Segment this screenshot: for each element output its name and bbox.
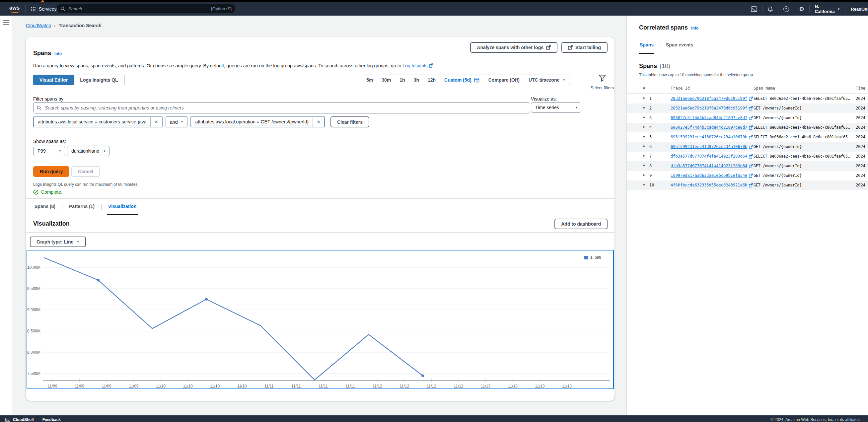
visualize-as-select[interactable]: Time series ▼ xyxy=(531,102,581,113)
chip-joiner-select[interactable]: and ▼ xyxy=(165,117,187,127)
trace-id-link[interactable]: 696027e5f74d4b3cad844c21897ce8d7 xyxy=(671,116,753,120)
services-label: Services xyxy=(39,6,57,11)
add-to-dashboard-button[interactable]: Add to dashboard xyxy=(554,219,608,229)
remove-chip-icon[interactable]: ✕ xyxy=(150,117,162,127)
expand-row-icon[interactable]: ▶ xyxy=(643,173,645,176)
metric-select[interactable]: durationNano ▼ xyxy=(67,145,110,156)
filter-search-input[interactable] xyxy=(44,105,527,111)
trace-id-link[interactable]: 4f60fbccda632335d55eec0243921e6b xyxy=(671,183,753,188)
tab-patterns[interactable]: Patterns (1) xyxy=(68,199,96,215)
trace-id-link[interactable]: 695f599231ecc4138726cc234a10670b xyxy=(671,135,753,139)
row-number: 7 xyxy=(649,154,652,159)
expand-row-icon[interactable]: ▶ xyxy=(643,116,645,119)
expand-row-icon[interactable]: ▶ xyxy=(643,125,645,128)
table-row[interactable]: ▶ 8 dfb3a577d077074f4fa414923f283d64 GET… xyxy=(627,161,868,171)
filter-funnel-icon[interactable] xyxy=(598,75,606,82)
expand-row-icon[interactable]: ▶ xyxy=(643,154,645,157)
expand-row-icon[interactable]: ▶ xyxy=(643,135,645,138)
range-5m[interactable]: 5m xyxy=(362,75,377,85)
tab-correlated-spans[interactable]: Spans xyxy=(639,37,654,54)
timezone-selector[interactable]: UTC timezone ▼ xyxy=(524,75,570,85)
trace-id-link[interactable]: 1d997ed817aad623ae1ebc69b1efa54e xyxy=(671,173,753,178)
correlated-info-link[interactable]: Info xyxy=(691,26,699,31)
graph-type-button[interactable]: Graph type: Line ▼ xyxy=(30,236,86,247)
table-row[interactable]: ▶ 3 696027e5f74d4b3cad844c21897ce8d7 GET… xyxy=(627,113,868,123)
tab-spans[interactable]: Spans (8) xyxy=(33,199,57,215)
filter-chip-operation-text[interactable]: attributes.aws.local.operation = GET /ow… xyxy=(191,119,313,125)
trace-id-link[interactable]: dfb3a577d077074f4fa414923f283d64 xyxy=(671,164,753,168)
trace-id-link[interactable]: 28321ae6ed79b218f6a2470d6c95199f xyxy=(671,106,753,110)
compare-button[interactable]: Compare (Off) xyxy=(484,75,524,85)
remove-chip-icon[interactable]: ✕ xyxy=(313,117,324,127)
visual-editor-toggle[interactable]: Visual Editor xyxy=(33,75,74,85)
expand-row-icon[interactable]: ▶ xyxy=(643,144,645,148)
spans-panel: Spans Info Analyze spans with other logs… xyxy=(26,37,615,401)
tab-visualization[interactable]: Visualization xyxy=(107,199,138,215)
feedback-button[interactable]: Feedback xyxy=(42,417,61,422)
expand-row-icon[interactable]: ▶ xyxy=(643,164,645,167)
trace-id-link[interactable]: 696027e5f74d4b3cad844c21897ce8d7 xyxy=(671,125,753,130)
table-row[interactable]: ▶ 5 695f599231ecc4138726cc234a10670b SEL… xyxy=(627,132,868,142)
range-1h[interactable]: 1h xyxy=(395,75,409,85)
notifications-button[interactable] xyxy=(763,6,778,12)
expand-row-icon[interactable]: ▶ xyxy=(643,183,645,186)
start-tailing-button[interactable]: Start tailing xyxy=(561,42,608,53)
run-query-button[interactable]: Run query xyxy=(33,166,69,177)
trace-id-link[interactable]: 28321ae6ed79b218f6a2470d6c95199f xyxy=(671,96,753,101)
cloudshell-footer-button[interactable]: CloudShell xyxy=(5,417,34,422)
filter-search-box[interactable] xyxy=(33,102,530,113)
span-name-cell: SELECT 8e036ae2-cee1-4ba6-8e6c-c801faaf6… xyxy=(753,154,854,159)
tab-span-events[interactable]: Span events xyxy=(665,37,694,54)
col-time: Time xyxy=(856,86,865,91)
percentile-select[interactable]: P99 ▼ xyxy=(33,145,65,156)
spans-info-link[interactable]: Info xyxy=(54,52,62,56)
region-selector[interactable]: N. California ▼ xyxy=(810,4,845,14)
table-row[interactable]: ▶ 7 dfb3a577d077074f4fa414923f283d64 SEL… xyxy=(627,152,868,161)
svg-text:11/13: 11/13 xyxy=(535,384,545,388)
select-filters-label[interactable]: Select filters xyxy=(591,85,614,91)
cloudshell-button[interactable] xyxy=(746,6,762,12)
table-row[interactable]: ▶ 9 1d997ed817aad623ae1ebc69b1efa54e GET… xyxy=(627,171,868,181)
time-cell: 2024 xyxy=(856,144,865,149)
row-number: 2 xyxy=(649,106,652,110)
cancel-button[interactable]: Cancel xyxy=(71,166,100,177)
metric-value: durationNano xyxy=(71,148,99,154)
clear-filters-button[interactable]: Clear filters xyxy=(331,117,369,127)
range-12h[interactable]: 12h xyxy=(423,75,440,85)
range-3h[interactable]: 3h xyxy=(409,75,423,85)
chart-legend[interactable]: 1. p99 xyxy=(584,255,601,260)
help-button[interactable]: ? xyxy=(778,6,794,12)
table-row[interactable]: ▶ 2 28321ae6ed79b218f6a2470d6c95199f GET… xyxy=(627,103,868,113)
cloudwatch-transaction-search-page: aws Services [Option+S] ? ⚙ xyxy=(0,0,868,422)
trace-id-link[interactable]: 695f599231ecc4138726cc234a10670b xyxy=(671,144,753,149)
hamburger-menu-icon[interactable] xyxy=(3,20,9,21)
external-link-icon xyxy=(749,116,753,120)
settings-button[interactable]: ⚙ xyxy=(794,6,809,12)
filter-chip-service-text[interactable]: attributes.aws.local.service = customers… xyxy=(34,119,150,125)
logs-insights-ql-toggle[interactable]: Logs Insights QL xyxy=(74,75,124,85)
gear-icon: ⚙ xyxy=(799,6,804,12)
table-row[interactable]: ▶ 6 695f599231ecc4138726cc234a10670b GET… xyxy=(627,142,868,152)
external-link-icon xyxy=(568,45,573,50)
services-menu[interactable]: Services xyxy=(31,6,57,11)
breadcrumb-cloudwatch-link[interactable]: CloudWatch xyxy=(26,23,51,28)
filters-divider xyxy=(589,73,589,234)
range-30m[interactable]: 30m xyxy=(377,75,395,85)
console-search-box[interactable]: [Option+S] xyxy=(57,4,235,13)
expand-row-icon[interactable]: ▶ xyxy=(643,106,645,109)
table-row[interactable]: ▶ 10 4f60fbccda632335d55eec0243921e6b GE… xyxy=(627,181,868,190)
trace-id-link[interactable]: dfb3a577d077074f4fa414923f283d64 xyxy=(671,154,753,159)
time-cell: 2024 xyxy=(856,164,865,168)
aws-logo[interactable]: aws xyxy=(9,5,20,13)
expand-row-icon[interactable]: ▶ xyxy=(643,96,645,100)
table-row[interactable]: ▶ 1 28321ae6ed79b218f6a2470d6c95199f SEL… xyxy=(627,94,868,103)
analyze-spans-button[interactable]: Analyze spans with other logs xyxy=(470,42,557,53)
custom-range-button[interactable]: Custom (5d) xyxy=(440,75,484,85)
filter-chip-service: attributes.aws.local.service = customers… xyxy=(33,117,163,127)
table-row[interactable]: ▶ 4 696027e5f74d4b3cad844c21897ce8d7 SEL… xyxy=(627,123,868,132)
log-insights-link[interactable]: Log Insights xyxy=(402,63,428,68)
role-menu[interactable]: ReadOnly xyxy=(845,7,868,11)
timeseries-chart-container[interactable]: 10.00M9.500M9.000M8.500M8.000M7.500M11/0… xyxy=(27,250,614,389)
svg-text:9.500M: 9.500M xyxy=(27,286,40,291)
console-search-input[interactable] xyxy=(68,6,208,11)
